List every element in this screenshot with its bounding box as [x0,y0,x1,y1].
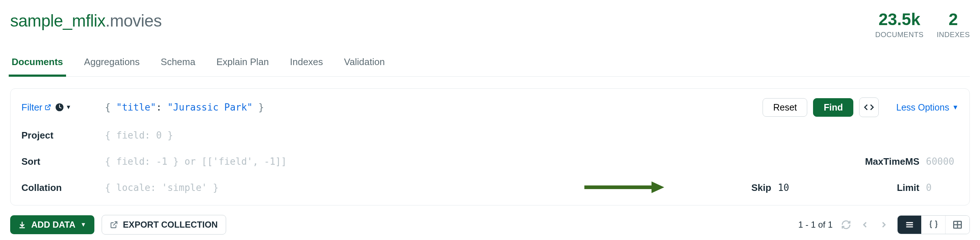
export-collection-button[interactable]: EXPORT COLLECTION [102,215,226,235]
reset-button[interactable]: Reset [763,98,807,117]
braces-icon [929,220,939,230]
collection-name: .movies [105,11,162,30]
collation-input[interactable]: { locale: 'simple' } [105,182,218,193]
history-dropdown[interactable]: ▼ [55,102,72,112]
pager-text: 1 - 1 of 1 [798,220,833,230]
refresh-icon [841,220,851,230]
options-toggle-text: Less Options [896,102,949,113]
refresh-button[interactable] [841,219,851,230]
project-label: Project [21,130,105,141]
view-mode-toggle [897,215,970,234]
tab-aggregations[interactable]: Aggregations [84,56,140,76]
table-icon [952,220,963,230]
query-panel: Filter ▼ { "title": "Jurassic Park" } Re… [10,88,970,205]
stat-indexes: 2 INDEXES [937,11,970,39]
collection-title: sample_mflix.movies [10,11,162,30]
sort-label: Sort [21,156,105,167]
stat-documents-label: DOCUMENTS [875,30,923,39]
find-button[interactable]: Find [813,98,853,117]
documents-toolbar: ADD DATA ▼ EXPORT COLLECTION 1 - 1 of 1 [10,215,970,235]
collection-tabs: Documents Aggregations Schema Explain Pl… [10,56,970,77]
filter-label-group: Filter ▼ [21,102,105,113]
clock-icon [55,102,64,112]
sort-input[interactable]: { field: -1 } or [['field', -1]] [105,156,287,167]
prev-page-button[interactable] [859,219,870,230]
skip-label: Skip [751,182,771,194]
maxtime-label: MaxTimeMS [865,156,920,167]
tab-documents[interactable]: Documents [12,56,63,76]
limit-input[interactable]: 0 [926,182,959,193]
database-name: sample_mflix [10,11,105,30]
add-data-button[interactable]: ADD DATA ▼ [10,215,94,234]
chevron-down-icon: ▼ [81,221,86,228]
list-icon [905,220,915,230]
view-json-button[interactable] [921,216,945,234]
chevron-right-icon [879,220,889,229]
toggle-query-syntax-button[interactable] [859,98,879,117]
maxtime-group: MaxTimeMS 60000 [865,156,959,167]
export-collection-label: EXPORT COLLECTION [123,220,218,230]
chevron-down-icon: ▼ [66,104,72,110]
tab-explain-plan[interactable]: Explain Plan [216,56,269,76]
stat-documents-value: 23.5k [878,11,920,28]
chevron-left-icon [860,220,870,229]
collation-label: Collation [21,182,105,194]
view-table-button[interactable] [945,216,969,234]
filter-label[interactable]: Filter [21,102,51,113]
stat-indexes-label: INDEXES [937,30,970,39]
download-icon [18,221,26,229]
skip-limit-group: Skip 10 Limit 0 [751,182,959,194]
options-toggle[interactable]: Less Options ▼ [896,102,959,113]
collection-header: sample_mflix.movies 23.5k DOCUMENTS 2 IN… [10,11,970,39]
sort-row: Sort { field: -1 } or [['field', -1]] Ma… [21,154,959,170]
filter-row: Filter ▼ { "title": "Jurassic Park" } Re… [21,98,959,117]
code-icon [864,102,874,112]
view-list-button[interactable] [897,216,921,234]
skip-input[interactable]: 10 [778,182,810,193]
chevron-down-icon: ▼ [952,104,959,111]
stat-documents: 23.5k DOCUMENTS [875,11,923,39]
filter-input[interactable]: { "title": "Jurassic Park" } [105,102,264,113]
filter-actions: Reset Find Less Options ▼ [763,98,959,117]
filter-label-text: Filter [21,102,43,113]
limit-label: Limit [897,182,920,194]
stat-indexes-value: 2 [949,11,958,28]
tab-validation[interactable]: Validation [344,56,385,76]
tab-schema[interactable]: Schema [161,56,195,76]
export-icon [110,221,118,229]
external-link-icon [45,104,51,110]
next-page-button[interactable] [878,219,889,230]
collection-stats: 23.5k DOCUMENTS 2 INDEXES [875,11,970,39]
add-data-label: ADD DATA [31,220,75,230]
tab-indexes[interactable]: Indexes [290,56,323,76]
collation-row: Collation { locale: 'simple' } Skip 10 L… [21,180,959,196]
project-input[interactable]: { field: 0 } [105,130,173,141]
project-row: Project { field: 0 } [21,127,959,143]
maxtime-input[interactable]: 60000 [926,156,959,167]
pager-group: 1 - 1 of 1 [798,215,970,234]
